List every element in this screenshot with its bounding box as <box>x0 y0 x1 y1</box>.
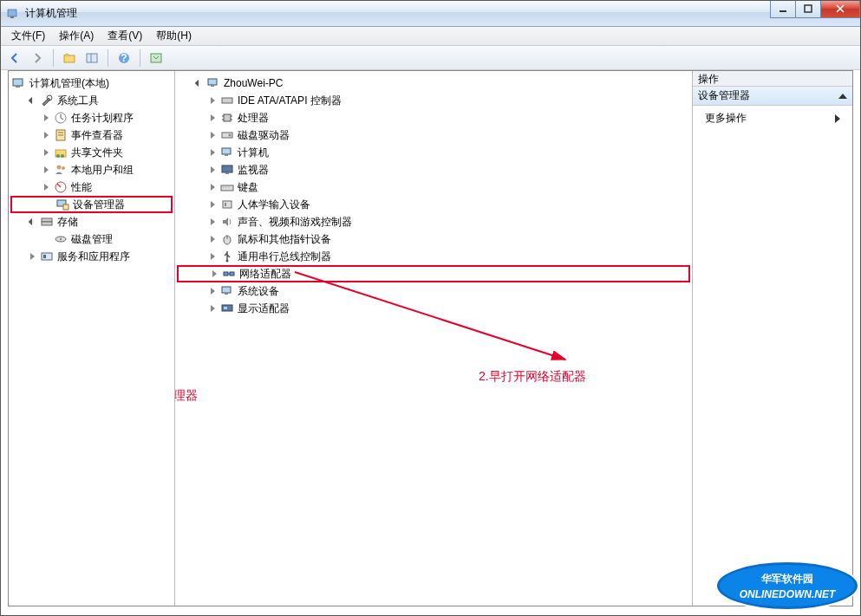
svg-rect-5 <box>87 54 97 62</box>
tree-label: 设备管理器 <box>73 198 125 212</box>
svg-point-19 <box>61 154 64 158</box>
tree-local-users[interactable]: 本地用户和组 <box>10 161 173 178</box>
system-icon <box>220 284 234 298</box>
expand-icon[interactable] <box>206 216 219 228</box>
svg-rect-11 <box>16 86 20 88</box>
svg-rect-10 <box>13 79 23 86</box>
actions-more[interactable]: 更多操作 <box>693 106 852 131</box>
svg-rect-44 <box>225 172 229 174</box>
tree-services[interactable]: 服务和应用程序 <box>10 248 173 265</box>
expand-icon[interactable] <box>206 233 219 245</box>
svg-point-21 <box>62 166 65 170</box>
usb-icon <box>220 250 234 263</box>
device-hid[interactable]: 人体学输入设备 <box>177 196 690 213</box>
svg-rect-29 <box>42 253 52 260</box>
expand-icon[interactable] <box>26 94 38 107</box>
menu-view[interactable]: 查看(V) <box>101 27 149 45</box>
close-button[interactable] <box>820 1 860 18</box>
expand-icon[interactable] <box>206 94 219 107</box>
maximize-button[interactable] <box>795 1 821 18</box>
actions-header: 操作 <box>693 71 852 87</box>
tree-storage[interactable]: 存储 <box>10 213 173 230</box>
device-sound[interactable]: 声音、视频和游戏控制器 <box>177 213 690 230</box>
svg-rect-55 <box>230 272 234 276</box>
menu-action[interactable]: 操作(A) <box>52 27 101 45</box>
actions-pane: 操作 设备管理器 更多操作 <box>693 71 852 606</box>
tree-device-manager[interactable]: 设备管理器 <box>10 196 173 213</box>
tree-label: 键盘 <box>238 180 258 195</box>
expand-icon[interactable] <box>206 302 219 314</box>
expand-icon[interactable] <box>26 216 38 228</box>
back-button[interactable] <box>4 48 25 68</box>
users-icon <box>54 163 68 177</box>
expand-icon[interactable] <box>206 285 219 297</box>
minimize-button[interactable] <box>770 1 796 18</box>
tree-label: 计算机 <box>238 146 269 160</box>
tree-label: 存储 <box>57 215 78 230</box>
expand-icon[interactable] <box>206 250 219 263</box>
svg-rect-57 <box>222 287 231 293</box>
expand-icon[interactable] <box>206 146 219 159</box>
tree-event-viewer[interactable]: 事件查看器 <box>10 126 173 144</box>
expand-icon[interactable] <box>40 164 52 176</box>
pc-icon <box>206 76 220 90</box>
up-folder-button[interactable] <box>59 48 80 68</box>
services-icon <box>40 250 54 263</box>
actions-section-device-manager[interactable]: 设备管理器 <box>693 87 852 106</box>
device-computer[interactable]: 计算机 <box>177 144 690 161</box>
help-button[interactable]: ? <box>114 48 134 68</box>
device-root[interactable]: ZhouWei-PC <box>177 75 690 92</box>
view-button[interactable] <box>82 48 102 68</box>
device-mouse[interactable]: 鼠标和其他指针设备 <box>177 230 690 248</box>
expand-icon[interactable] <box>206 181 219 193</box>
svg-rect-26 <box>42 222 52 225</box>
tree-label: 系统设备 <box>238 284 279 299</box>
expand-icon[interactable] <box>40 146 52 159</box>
tree-label: ZhouWei-PC <box>224 77 283 89</box>
expand-icon[interactable] <box>206 129 219 141</box>
expand-icon[interactable] <box>206 112 219 124</box>
tree-system-tools[interactable]: 系统工具 <box>10 92 173 109</box>
menu-help[interactable]: 帮助(H) <box>149 27 199 45</box>
expand-icon[interactable] <box>40 129 52 141</box>
device-keyboard[interactable]: 键盘 <box>177 178 690 196</box>
tree-label: 显示适配器 <box>238 302 290 316</box>
svg-rect-24 <box>63 204 68 210</box>
tree-disk-management[interactable]: 磁盘管理 <box>10 230 173 248</box>
expand-icon[interactable] <box>192 77 205 89</box>
expand-icon[interactable] <box>26 250 38 263</box>
expand-icon[interactable] <box>40 112 52 124</box>
svg-rect-43 <box>222 165 232 172</box>
refresh-button[interactable] <box>146 48 166 68</box>
tree-label: 本地用户和组 <box>71 163 134 178</box>
device-disk-drive[interactable]: 磁盘驱动器 <box>177 126 690 144</box>
tree-task-scheduler[interactable]: 任务计划程序 <box>10 109 173 126</box>
tools-icon <box>40 94 54 107</box>
menu-file[interactable]: 文件(F) <box>4 27 52 45</box>
tree-root-local[interactable]: 计算机管理(本地) <box>10 75 173 92</box>
expand-icon[interactable] <box>206 198 219 211</box>
device-monitor[interactable]: 监视器 <box>177 161 690 178</box>
expand-icon[interactable] <box>40 181 52 193</box>
actions-sub-label: 设备管理器 <box>698 88 750 103</box>
device-display[interactable]: 显示适配器 <box>177 300 690 317</box>
tree-label: 计算机管理(本地) <box>29 76 109 91</box>
menubar: 文件(F) 操作(A) 查看(V) 帮助(H) <box>1 27 860 46</box>
device-tree: ZhouWei-PC IDE ATA/ATAPI 控制器 处理器 磁盘驱动器 计… <box>175 71 692 321</box>
device-ide[interactable]: IDE ATA/ATAPI 控制器 <box>177 92 690 109</box>
forward-button[interactable] <box>27 48 48 68</box>
tree-label: 磁盘管理 <box>71 232 113 247</box>
device-usb[interactable]: 通用串行总线控制器 <box>177 248 690 265</box>
device-cpu[interactable]: 处理器 <box>177 109 690 126</box>
device-system[interactable]: 系统设备 <box>177 282 690 300</box>
tree-performance[interactable]: 性能 <box>10 178 173 196</box>
device-network[interactable]: 网络适配器 <box>177 265 690 282</box>
svg-rect-49 <box>223 201 232 208</box>
expand-icon[interactable] <box>206 164 219 176</box>
svg-point-28 <box>60 238 62 240</box>
tree-shared-folders[interactable]: 共享文件夹 <box>10 144 173 161</box>
expand-icon[interactable] <box>208 268 220 280</box>
svg-rect-50 <box>225 203 226 206</box>
spacer <box>40 233 52 245</box>
tree-label: 网络适配器 <box>239 267 291 282</box>
